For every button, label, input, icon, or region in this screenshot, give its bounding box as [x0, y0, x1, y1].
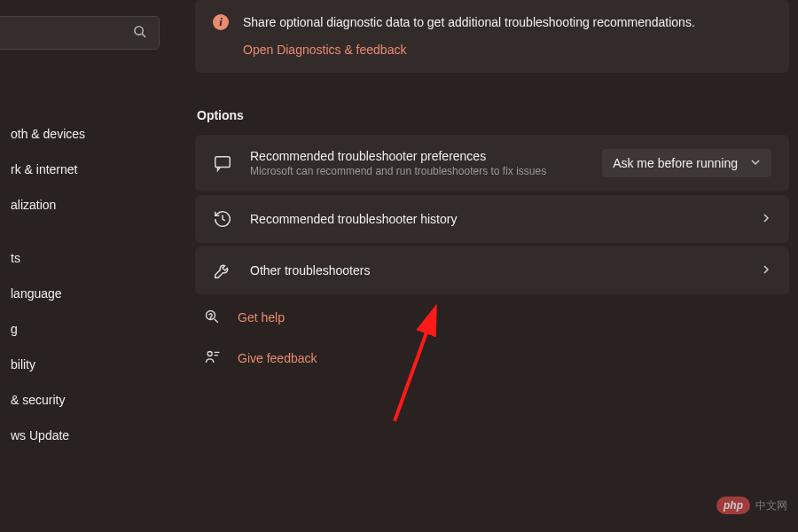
sidebar-item-privacy[interactable]: & security	[0, 382, 160, 418]
watermark: php 中文网	[716, 497, 787, 514]
search-box[interactable]	[0, 16, 160, 50]
option-preferences[interactable]: Recommended troubleshooter preferences M…	[195, 135, 789, 192]
chevron-right-icon	[761, 262, 771, 278]
content-area: i Share optional diagnostic data to get …	[195, 0, 789, 532]
give-feedback-row[interactable]: Give feedback	[195, 340, 789, 376]
feedback-icon	[204, 349, 222, 367]
sidebar-item-gaming[interactable]: g	[0, 311, 160, 347]
search-input[interactable]	[0, 26, 114, 40]
help-icon	[204, 309, 222, 326]
diagnostics-link[interactable]: Open Diagnostics & feedback	[243, 43, 406, 57]
sidebar: oth & devices rk & internet alization ts…	[0, 0, 160, 532]
option-title: Recommended troubleshooter preferences	[250, 149, 584, 163]
sidebar-item-language[interactable]: language	[0, 276, 160, 311]
give-feedback-link[interactable]: Give feedback	[238, 351, 317, 365]
dropdown-value: Ask me before running	[613, 156, 738, 170]
sidebar-item-accounts[interactable]: ts	[0, 240, 160, 276]
option-title: Other troubleshooters	[250, 263, 743, 278]
get-help-link[interactable]: Get help	[238, 310, 285, 325]
search-icon	[133, 25, 146, 42]
get-help-row[interactable]: Get help	[195, 300, 789, 335]
watermark-text: 中文网	[755, 498, 787, 513]
preferences-dropdown[interactable]: Ask me before running	[602, 149, 771, 177]
wrench-icon	[213, 261, 232, 280]
svg-point-4	[210, 317, 211, 318]
sidebar-item-personalization[interactable]: alization	[0, 187, 160, 223]
info-icon: i	[213, 14, 229, 30]
sidebar-item-label: oth & devices	[11, 127, 85, 141]
svg-line-1	[142, 34, 145, 37]
diagnostic-banner: i Share optional diagnostic data to get …	[195, 0, 789, 73]
sidebar-item-label: alization	[11, 198, 56, 212]
sidebar-item-label: bility	[11, 357, 35, 372]
sidebar-item-label: ts	[11, 251, 20, 265]
sidebar-item-network[interactable]: rk & internet	[0, 152, 160, 187]
svg-point-0	[135, 26, 143, 34]
banner-text: Share optional diagnostic data to get ad…	[243, 15, 695, 29]
option-history[interactable]: Recommended troubleshooter history	[195, 195, 789, 243]
sidebar-item-label: rk & internet	[11, 162, 77, 176]
sidebar-item-update[interactable]: ws Update	[0, 418, 160, 453]
sidebar-item-bluetooth[interactable]: oth & devices	[0, 116, 160, 152]
sidebar-item-label: g	[11, 322, 18, 336]
chevron-down-icon	[750, 156, 761, 170]
php-badge: php	[716, 497, 750, 514]
option-title: Recommended troubleshooter history	[250, 212, 743, 226]
sidebar-item-accessibility[interactable]: bility	[0, 347, 160, 382]
sidebar-item-label: ws Update	[11, 428, 69, 442]
option-subtitle: Microsoft can recommend and run troubles…	[250, 165, 584, 177]
svg-point-5	[207, 352, 212, 356]
chevron-right-icon	[761, 211, 771, 227]
sidebar-item-label: & security	[11, 393, 65, 407]
option-other-troubleshooters[interactable]: Other troubleshooters	[195, 246, 789, 294]
history-icon	[213, 209, 232, 229]
chat-icon	[213, 153, 232, 173]
options-heading: Options	[197, 108, 789, 122]
svg-rect-2	[215, 157, 231, 168]
sidebar-item-label: language	[11, 286, 62, 301]
nav-list: oth & devices rk & internet alization ts…	[0, 76, 160, 453]
